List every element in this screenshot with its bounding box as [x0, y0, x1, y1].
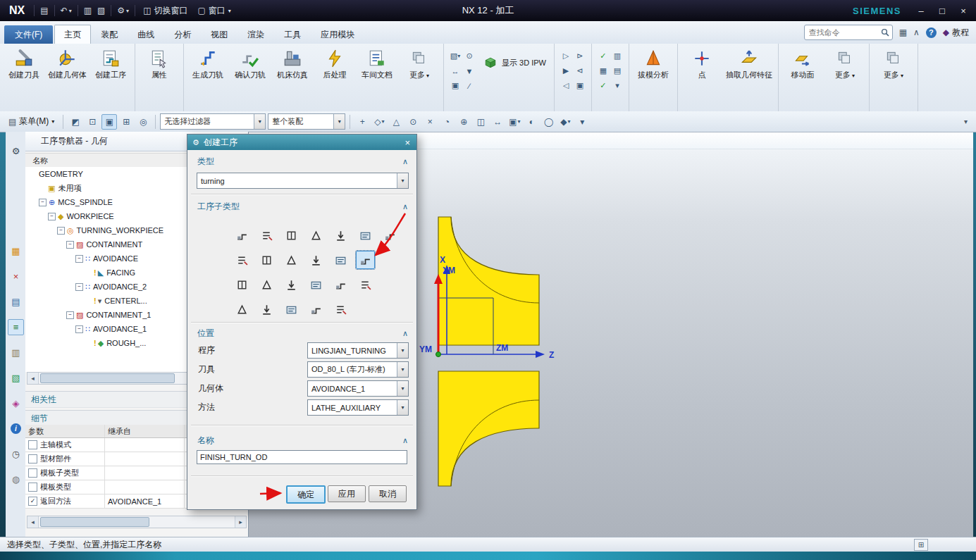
tree-expand-icon[interactable]: − [48, 213, 56, 220]
menu-button[interactable]: ▤ 菜单(M) ▾ [4, 114, 58, 129]
scroll-thumb[interactable] [40, 517, 149, 527]
draft-analysis-button[interactable]: 拔模分析 [633, 45, 674, 79]
checkbox[interactable] [28, 440, 37, 449]
subtype-icon-r3-c6[interactable] [356, 275, 375, 294]
point-button[interactable]: 点 [681, 45, 722, 79]
part-navigator-icon[interactable]: ▤ [8, 294, 24, 310]
type-dropdown[interactable]: turning ▾ [197, 173, 409, 189]
wireframe-view-icon[interactable]: ◯ [540, 114, 556, 130]
stop-icon[interactable]: ▣ [574, 80, 586, 92]
dropdown-arrow-icon[interactable]: ▾ [397, 362, 408, 377]
tool-dropdown[interactable]: OD_80_L (车刀-标准)▾ [307, 361, 409, 378]
move-face-button[interactable]: 移动面 [782, 45, 823, 79]
geometry-dropdown[interactable]: AVOIDANCE_1▾ [307, 380, 409, 397]
subtype-icon-r4-c1[interactable] [233, 300, 252, 318]
snap-end-icon[interactable]: ◇▾ [371, 114, 387, 130]
subtype-icon-r2-c1[interactable] [233, 251, 252, 269]
tree-expand-icon[interactable]: − [75, 325, 83, 333]
create-operation-button[interactable]: 创建工序 [90, 45, 131, 79]
subtype-icon-r2-c5[interactable] [331, 251, 350, 269]
play-forward-icon[interactable]: ▶ [560, 65, 572, 77]
rectangle-select-icon[interactable]: ⊡ [85, 114, 100, 130]
collapse-icon[interactable]: ∧ [402, 329, 408, 338]
subtype-icon-r3-c1[interactable] [233, 275, 252, 294]
paste-icon[interactable]: ▧ [94, 4, 108, 17]
tree-expand-icon[interactable]: − [66, 311, 74, 319]
location-section-header[interactable]: 位置 ∧ [197, 328, 408, 339]
create-tool-button[interactable]: 创建刀具 [4, 45, 44, 79]
dropdown-arrow-icon[interactable]: ▾ [397, 173, 408, 188]
tab-view[interactable]: 视图 [201, 25, 237, 44]
window-grid-icon[interactable]: ▦ [899, 27, 907, 37]
view-orient-icon[interactable]: ▣▾ [507, 114, 522, 130]
name-input[interactable] [197, 450, 407, 464]
check-collision-icon[interactable]: ✓ [597, 80, 610, 92]
general-select-icon[interactable]: ◎ [135, 114, 151, 130]
extract-geometry-button[interactable]: 抽取几何特征 [724, 45, 774, 79]
program-dropdown[interactable]: LINGJIAN_TURNING▾ [307, 342, 409, 359]
status-grid-icon[interactable]: ⊞ [914, 539, 928, 551]
checkbox[interactable]: ✓ [28, 497, 37, 506]
more-small-icon[interactable]: ▾ [611, 80, 624, 92]
subtype-icon-r1-c6[interactable] [356, 226, 375, 244]
assembly-navigator-icon[interactable]: ▦ [8, 243, 24, 259]
subtype-icon-r3-c2[interactable] [257, 275, 276, 294]
more-feature-button[interactable]: 更多 ▾ [873, 45, 914, 80]
system-materials-icon[interactable]: ◍ [8, 471, 24, 487]
subtype-icon-r4-c2[interactable] [257, 300, 276, 318]
toolbar-overflow-icon[interactable]: ▾ [964, 118, 972, 125]
tab-tools[interactable]: 工具 [274, 25, 311, 44]
roles-gear-icon[interactable]: ⚙ [8, 143, 24, 159]
generate-toolpath-button[interactable]: 生成刀轨 [187, 45, 228, 79]
web-browser-icon[interactable]: i [8, 421, 24, 437]
tab-file[interactable]: 文件(F) [4, 25, 53, 44]
dropdown-arrow-icon[interactable]: ▾ [333, 114, 345, 129]
scroll-left-icon[interactable]: ◂ [27, 373, 39, 384]
scroll-right-icon[interactable]: ▸ [235, 516, 246, 528]
subtype-icon-r1-c2[interactable] [257, 226, 276, 244]
tree-expand-icon[interactable]: − [75, 283, 83, 291]
scroll-thumb[interactable] [40, 373, 175, 383]
maximize-button[interactable]: □ [932, 3, 952, 18]
wcs-icon[interactable]: ⊕ [456, 114, 471, 130]
window-menu-button[interactable]: ▢ 窗口 ▾ [192, 4, 235, 18]
history-icon[interactable]: ◷ [8, 446, 24, 462]
close-button[interactable]: × [953, 3, 973, 18]
postprocess-button[interactable]: 后处理 [314, 45, 355, 79]
dropdown-arrow-icon[interactable]: ▾ [397, 381, 408, 396]
clear-display-icon[interactable]: ∕ [463, 80, 476, 92]
subtype-icon-r1-c1[interactable] [233, 226, 252, 244]
method-dropdown[interactable]: LATHE_AUXILIARY▾ [307, 399, 409, 416]
tab-home[interactable]: 主页 [54, 25, 91, 44]
show-3d-ipw-button[interactable]: 显示 3D IPW [478, 45, 550, 70]
machine-navigator-icon[interactable]: ▥ [8, 344, 24, 361]
tree-expand-icon[interactable]: − [39, 199, 47, 206]
highlight-select-icon[interactable]: ▣ [101, 114, 117, 130]
subtype-icon-r2-c4[interactable] [307, 251, 326, 269]
more-operations-button[interactable]: 更多 ▾ [399, 45, 440, 80]
tool-display-icon[interactable]: ▧▾ [449, 50, 462, 62]
details-hscrollbar[interactable]: ◂ ▸ [27, 516, 247, 528]
type-section-header[interactable]: 类型 ∧ [197, 156, 408, 167]
tree-expand-icon[interactable]: − [66, 241, 74, 249]
tab-render[interactable]: 渲染 [237, 25, 274, 44]
scroll-left-icon[interactable]: ◂ [27, 516, 39, 528]
details-column-header[interactable]: 继承自 [105, 425, 185, 437]
part-section-lower[interactable] [438, 371, 539, 486]
step-forward-icon[interactable]: ⊳ [574, 50, 586, 62]
hd3d-tools-icon[interactable]: ◈ [8, 395, 24, 411]
part-section-upper[interactable] [438, 217, 539, 345]
step-back-icon[interactable]: ⊲ [574, 65, 586, 77]
collapse-icon[interactable]: ∧ [402, 157, 408, 166]
play-back-icon[interactable]: ◁ [560, 80, 572, 92]
help-icon[interactable]: ? [926, 27, 937, 38]
name-section-header[interactable]: 名称 ∧ [197, 435, 408, 446]
subtype-icon-r1-c3[interactable] [282, 226, 301, 244]
snap-intersection-icon[interactable]: × [422, 114, 438, 130]
undo-icon[interactable]: ↶▾ [58, 4, 75, 17]
checkbox[interactable] [28, 483, 37, 492]
toolpath-display-icon[interactable]: ↔ [449, 65, 462, 77]
collapse-icon[interactable]: ∧ [402, 202, 408, 211]
command-search-box[interactable] [804, 25, 893, 40]
constraint-navigator-icon[interactable]: × [8, 268, 24, 285]
